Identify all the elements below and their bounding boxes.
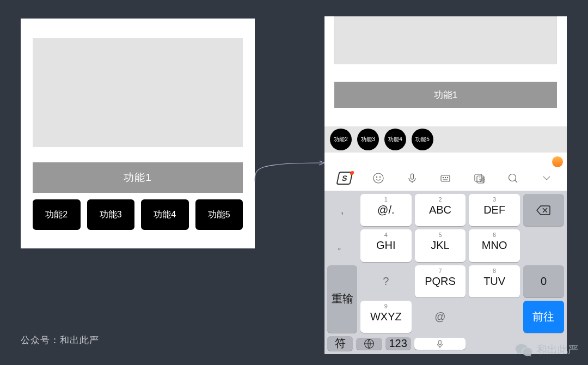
key-symbol[interactable]: 符 [327,336,353,351]
pill-function-5[interactable]: 功能5 [412,129,433,150]
key-1[interactable]: 1@/. [360,194,412,226]
key-reenter[interactable]: 重输 [327,265,357,333]
emoji-icon[interactable] [371,171,386,186]
chevron-down-icon[interactable] [539,171,554,186]
pill-function-3[interactable]: 功能3 [357,129,379,150]
key-mno[interactable]: 6MNO [469,229,520,261]
search-icon[interactable] [505,171,520,186]
secondary-actions-row: 功能2 功能3 功能4 功能5 [33,199,243,230]
svg-rect-3 [411,174,413,179]
ime-toolbar: S 译 [324,166,567,191]
key-zero[interactable]: 0 [523,265,564,297]
key-space[interactable] [414,338,466,350]
key-question[interactable]: ? [360,265,412,297]
primary-action-button[interactable]: 功能1 [33,162,243,193]
keyboard-switch-icon[interactable] [438,171,453,186]
keyboard: , 1@/. 2ABC 3DEF 。 4GHI 5JKL 6MNO 重输 ? 7… [324,191,567,354]
mic-icon[interactable] [405,171,420,186]
key-delete[interactable] [523,194,564,226]
chip-function-2[interactable]: 功能2 [33,199,81,230]
image-placeholder [33,38,243,147]
watermark: 和出此严 [515,342,578,357]
key-go[interactable]: 前往 [523,301,564,333]
key-tuv[interactable]: 8TUV [469,265,520,297]
pill-function-4[interactable]: 功能4 [384,129,406,150]
svg-point-5 [443,177,444,178]
svg-point-2 [379,177,380,177]
credit-text: 公众号：和出此严 [21,334,99,346]
svg-point-0 [373,173,383,183]
candidate-pill-row: 功能2 功能3 功能4 功能5 [324,126,567,153]
key-abc[interactable]: 2ABC [415,194,466,226]
key-globe[interactable] [356,338,382,350]
right-mockup-panel: 功能1 功能2 功能3 功能4 功能5 S 译 [324,16,567,354]
chip-function-3[interactable]: 功能3 [87,199,135,230]
key-jkl[interactable]: 5JKL [415,229,466,261]
chip-function-4[interactable]: 功能4 [141,199,189,230]
svg-point-7 [448,177,448,178]
key-wxyz[interactable]: 9WXYZ [360,301,412,333]
image-placeholder [334,16,557,64]
key-def[interactable]: 3DEF [469,194,520,226]
translate-icon[interactable]: 译 [471,171,487,186]
svg-point-10 [509,174,516,181]
svg-point-6 [445,177,446,178]
key-pqrs[interactable]: 7PQRS [415,265,466,297]
pill-function-2[interactable]: 功能2 [330,129,352,150]
left-mockup-panel: 功能1 功能2 功能3 功能4 功能5 [21,19,255,248]
svg-point-1 [376,177,377,177]
svg-rect-4 [441,175,450,181]
arrow-icon [254,161,326,182]
key-comma[interactable]: , [327,194,357,226]
key-numeric[interactable]: 123 [385,337,411,350]
watermark-text: 和出此严 [537,343,578,357]
svg-rect-12 [439,340,442,344]
chip-function-5[interactable]: 功能5 [195,199,243,230]
sogou-logo-icon[interactable]: S [337,171,352,186]
primary-action-button[interactable]: 功能1 [334,82,557,108]
wechat-icon [515,342,534,357]
emoji-badge-icon[interactable] [552,156,564,168]
key-at[interactable]: @ [415,301,466,333]
key-period[interactable]: 。 [327,229,357,261]
key-ghi[interactable]: 4GHI [360,229,412,261]
